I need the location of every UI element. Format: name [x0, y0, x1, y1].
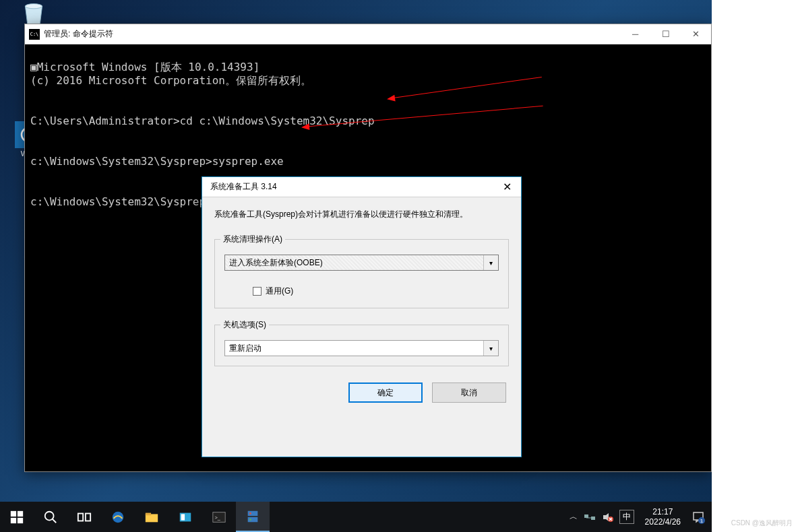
desktop: Winr C:\ 管理员: 命令提示符 ─ ☐ ✕ ▣Microsoft Win… — [0, 0, 712, 502]
svg-line-8 — [53, 519, 57, 523]
cmd-titlebar[interactable]: C:\ 管理员: 命令提示符 ─ ☐ ✕ — [25, 24, 711, 44]
server-manager-icon — [245, 509, 260, 524]
svg-text:1: 1 — [700, 518, 704, 524]
maximize-button[interactable]: ☐ — [650, 24, 681, 44]
svg-rect-10 — [86, 513, 90, 521]
svg-point-7 — [45, 511, 54, 520]
watermark: CSDN @逸风醉明月 — [731, 519, 793, 528]
cmd-icon: C:\ — [29, 29, 40, 40]
svg-text:>_: >_ — [215, 514, 221, 520]
sysprep-dialog: 系统准备工具 3.14 ✕ 系统准备工具(Sysprep)会对计算机进行准备以便… — [202, 176, 522, 457]
cleanup-action-select[interactable]: 进入系统全新体验(OOBE) ▾ — [224, 255, 499, 271]
search-icon — [43, 510, 58, 525]
ime-indicator[interactable]: 中 — [619, 510, 634, 524]
start-button[interactable] — [0, 502, 34, 532]
cleanup-action-label: 系统清理操作(A) — [220, 234, 285, 245]
svg-point-0 — [25, 4, 42, 9]
close-button[interactable]: ✕ — [681, 24, 711, 44]
svg-rect-15 — [181, 514, 185, 520]
cmd-title: 管理员: 命令提示符 — [44, 28, 620, 40]
trash-icon — [22, 0, 46, 27]
ie-icon — [111, 510, 125, 525]
volume-icon[interactable] — [602, 512, 614, 523]
taskbar: >_ ︿ 中 21:17 2022/4/26 — [0, 502, 712, 532]
shutdown-options-group: 关机选项(S) 重新启动 ▾ — [214, 325, 509, 366]
app-icon — [178, 510, 193, 525]
sysprep-description: 系统准备工具(Sysprep)会对计算机进行准备以便进行硬件独立和清理。 — [214, 208, 509, 220]
svg-rect-9 — [78, 513, 83, 521]
taskbar-explorer[interactable] — [135, 502, 168, 532]
generalize-checkbox-row[interactable]: 通用(G) — [224, 286, 499, 297]
sysprep-titlebar[interactable]: 系统准备工具 3.14 ✕ — [202, 177, 521, 197]
explorer-icon — [144, 510, 159, 525]
shutdown-options-select[interactable]: 重新启动 ▾ — [224, 340, 499, 356]
notification-icon[interactable]: 1 — [692, 510, 705, 524]
taskbar-app1[interactable] — [168, 502, 202, 532]
cleanup-action-group: 系统清理操作(A) 进入系统全新体验(OOBE) ▾ 通用(G) — [214, 239, 509, 308]
cancel-button[interactable]: 取消 — [432, 383, 506, 403]
svg-rect-13 — [146, 512, 151, 515]
svg-rect-19 — [248, 517, 258, 521]
cmd-icon: >_ — [212, 510, 226, 525]
taskview-button[interactable] — [67, 502, 101, 532]
svg-marker-25 — [603, 513, 609, 521]
console-line: (c) 2016 Microsoft Corporation。保留所有权利。 — [30, 74, 311, 87]
taskbar-cmd[interactable]: >_ — [202, 502, 236, 532]
clock-date: 2022/4/26 — [645, 517, 681, 527]
svg-point-21 — [249, 519, 251, 521]
generalize-checkbox[interactable] — [253, 287, 262, 296]
chevron-down-icon: ▾ — [483, 341, 498, 356]
shutdown-options-label: 关机选项(S) — [220, 319, 269, 331]
svg-rect-4 — [18, 510, 23, 516]
svg-point-20 — [249, 512, 251, 514]
svg-rect-3 — [11, 510, 16, 516]
console-line: c:\Windows\System32\Sysprep>sysprep.exe — [30, 155, 284, 168]
console-line: c:\Windows\System32\Sysprep> — [30, 195, 212, 208]
clock-time: 21:17 — [645, 507, 681, 517]
ok-button[interactable]: 确定 — [348, 383, 423, 403]
cancel-button-label: 取消 — [461, 387, 477, 399]
svg-rect-5 — [11, 517, 16, 523]
network-icon[interactable] — [583, 512, 596, 523]
svg-rect-6 — [18, 517, 23, 523]
svg-rect-22 — [584, 514, 588, 518]
select-value: 进入系统全新体验(OOBE) — [229, 257, 323, 269]
ok-button-label: 确定 — [377, 387, 394, 399]
console-line: C:\Users\Administrator>cd c:\Windows\Sys… — [30, 114, 375, 127]
taskbar-clock[interactable]: 21:17 2022/4/26 — [640, 507, 686, 527]
minimize-button[interactable]: ─ — [620, 24, 650, 44]
select-value: 重新启动 — [229, 343, 262, 354]
svg-rect-18 — [248, 510, 258, 515]
console-line: Microsoft Windows [版本 10.0.14393] — [37, 61, 260, 73]
taskbar-server-manager[interactable] — [236, 502, 270, 532]
generalize-label: 通用(G) — [266, 286, 293, 297]
search-button[interactable] — [34, 502, 67, 532]
close-button[interactable]: ✕ — [493, 177, 521, 197]
windows-icon — [9, 510, 24, 525]
tray-chevron-icon[interactable]: ︿ — [570, 511, 578, 523]
taskbar-ie[interactable] — [101, 502, 135, 532]
system-tray: ︿ 中 21:17 2022/4/26 1 — [570, 507, 712, 527]
taskview-icon — [77, 510, 92, 525]
sysprep-title: 系统准备工具 3.14 — [210, 181, 493, 193]
chevron-down-icon: ▾ — [483, 255, 498, 270]
